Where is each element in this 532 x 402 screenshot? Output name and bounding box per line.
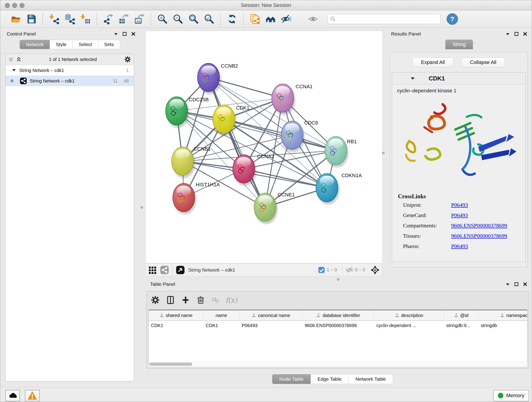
help-button[interactable]: ? — [447, 13, 458, 25]
table-toolbar: f(x) — [147, 291, 529, 309]
network-tree-row[interactable]: String Network – cdk11 — [6, 65, 134, 76]
table-row[interactable]: CDK1CDK1P064939606.ENSP00000378699cyclin… — [149, 321, 527, 330]
crosslink-link[interactable]: 9606.ENSP00000378699 — [451, 233, 507, 239]
table-settings-gear-icon[interactable] — [151, 295, 160, 305]
column-header--id[interactable]: @id — [444, 310, 478, 320]
panel-menu-icon[interactable] — [505, 282, 510, 287]
search-input[interactable] — [336, 16, 435, 22]
tab-sets[interactable]: Sets — [98, 40, 120, 49]
search-box[interactable] — [327, 14, 441, 24]
warning-status-button[interactable] — [25, 390, 40, 401]
table-cell: cyclin-dependent ... — [374, 323, 444, 328]
network-node-cdc6[interactable]: CDC6 — [281, 120, 318, 152]
panel-float-icon[interactable] — [122, 32, 127, 36]
tab-node-table[interactable]: Node Table — [272, 374, 311, 384]
import-table-button[interactable] — [79, 12, 92, 26]
column-header-canonical-name[interactable]: canonical name — [239, 310, 302, 320]
hidden-eye-slash-icon[interactable] — [346, 266, 353, 274]
fit-selected-crosshair-icon[interactable] — [370, 265, 380, 275]
panel-menu-icon[interactable] — [505, 32, 510, 36]
refresh-button[interactable] — [225, 12, 239, 26]
add-column-icon[interactable] — [181, 295, 190, 305]
table-horizontal-scrollbar[interactable] — [148, 362, 527, 367]
hide-selected-button[interactable] — [279, 12, 293, 26]
network-edge[interactable] — [224, 119, 336, 151]
column-header-namespace[interactable]: namespace — [478, 310, 527, 320]
network-view-canvas[interactable]: CCNB2CCNA1CDC25BCDK1CDC6RB1CCNB1CCNA2CDK… — [146, 31, 382, 263]
crosslink-link[interactable]: P06493 — [451, 212, 468, 218]
panel-close-icon[interactable] — [523, 32, 528, 36]
duplicate-network-button[interactable] — [248, 12, 262, 26]
column-header-description[interactable]: description — [374, 310, 444, 320]
crosslink-link[interactable]: P06493 — [451, 243, 468, 249]
selected-checkbox-icon[interactable] — [318, 267, 325, 274]
tree-caret-icon[interactable] — [12, 68, 16, 72]
tab-network[interactable]: Network — [20, 40, 50, 49]
show-all-button[interactable] — [307, 12, 320, 26]
export-table-button[interactable] — [117, 12, 131, 26]
network-node-ccne1[interactable]: CCNE1 — [254, 192, 295, 224]
zoom-fit-button[interactable] — [187, 12, 200, 26]
collapse-all-tree-icon[interactable] — [8, 57, 14, 62]
show-columns-icon[interactable] — [166, 295, 175, 305]
column-header-database-identifier[interactable]: database identifier — [302, 310, 374, 320]
right-splitter-handle[interactable] — [382, 152, 385, 154]
network-node-rb1[interactable]: RB1 — [325, 136, 357, 167]
network-edge[interactable] — [177, 111, 336, 151]
node-table[interactable]: shared namenamecanonical namedatabase id… — [148, 310, 527, 362]
collapse-all-button[interactable]: Collapse All — [462, 57, 505, 67]
tab-style[interactable]: Style — [50, 40, 73, 49]
export-table-icon — [119, 14, 129, 24]
tab-string[interactable]: String — [445, 40, 473, 49]
zoom-out-icon — [173, 14, 183, 24]
cloud-status-button[interactable] — [5, 390, 20, 401]
memory-button[interactable]: Memory — [493, 390, 529, 401]
crosslink-label: Pharos: — [403, 243, 451, 249]
network-badge-icon[interactable] — [160, 265, 169, 274]
panel-close-icon[interactable] — [131, 32, 136, 36]
panel-close-icon[interactable] — [523, 282, 528, 287]
panel-menu-icon[interactable] — [114, 32, 119, 36]
tab-network-table[interactable]: Network Table — [349, 374, 393, 384]
import-network-button[interactable] — [48, 12, 61, 26]
left-splitter-handle[interactable] — [140, 206, 143, 209]
network-node-ccna1[interactable]: CCNA1 — [272, 84, 313, 115]
collapse-caret-icon[interactable] — [410, 76, 415, 81]
crosslink-label: Uniprot: — [403, 202, 451, 208]
save-button[interactable] — [25, 12, 38, 26]
crosslink-link[interactable]: 9606.ENSP00000378699 — [451, 223, 507, 229]
network-graph[interactable]: CCNB2CCNA1CDC25BCDK1CDC6RB1CCNB1CCNA2CDK… — [146, 31, 382, 263]
scrollbar-thumb[interactable] — [149, 363, 192, 366]
crosslinks-list: Uniprot:P06493GeneCard:P06493Compartment… — [392, 202, 525, 249]
column-header-name[interactable]: name — [203, 310, 239, 320]
expand-all-button[interactable]: Expand All — [413, 57, 453, 67]
birdseye-view-icon[interactable] — [176, 265, 185, 274]
grid-view-icon[interactable] — [148, 265, 157, 274]
network-tree-row[interactable]: String Network – cdk11148 — [6, 76, 134, 86]
tab-select[interactable]: Select — [73, 40, 98, 49]
network-node-cdk1[interactable]: CDK1 — [213, 105, 249, 136]
import-database-button[interactable] — [63, 12, 76, 26]
expand-all-tree-icon[interactable] — [16, 57, 22, 62]
crosslink-link[interactable]: P06493 — [451, 202, 468, 208]
network-node-cdc25b[interactable]: CDC25B — [166, 97, 209, 128]
network-node-hist1h1a[interactable]: HIST1H1A — [173, 182, 220, 215]
panel-float-icon[interactable] — [514, 32, 519, 36]
export-image-button[interactable] — [133, 12, 146, 26]
delete-column-trash-icon[interactable] — [196, 295, 205, 305]
network-node-ccnb2[interactable]: CCNB2 — [197, 63, 238, 95]
bottom-splitter-handle[interactable] — [337, 278, 340, 281]
zoom-out-button[interactable] — [171, 12, 185, 26]
network-node-cdkn1a[interactable]: CDKN1A — [316, 172, 362, 205]
neighbors-button[interactable] — [264, 12, 277, 26]
export-network-button[interactable] — [102, 12, 115, 26]
open-button[interactable] — [9, 12, 22, 26]
zoom-selected-button[interactable] — [203, 12, 216, 26]
tab-edge-table[interactable]: Edge Table — [311, 374, 349, 384]
panel-float-icon[interactable] — [514, 282, 519, 287]
column-header-shared-name[interactable]: shared name — [149, 310, 203, 320]
column-type-icon — [500, 313, 505, 318]
network-options-gear-icon[interactable] — [124, 56, 131, 63]
zoom-in-button[interactable] — [156, 12, 169, 26]
node-card-header[interactable]: CDK1 — [392, 72, 525, 85]
